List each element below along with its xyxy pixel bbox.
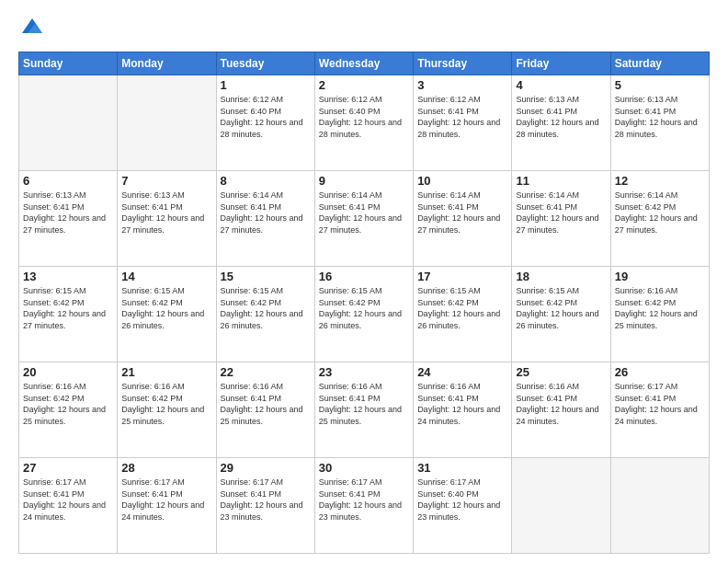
day-info: Sunrise: 6:14 AM Sunset: 6:42 PM Dayligh… (615, 190, 705, 236)
calendar-cell: 7Sunrise: 6:13 AM Sunset: 6:41 PM Daylig… (118, 171, 216, 267)
day-number: 13 (23, 270, 113, 283)
day-info: Sunrise: 6:17 AM Sunset: 6:41 PM Dayligh… (221, 477, 311, 523)
calendar-cell: 9Sunrise: 6:14 AM Sunset: 6:41 PM Daylig… (314, 171, 413, 267)
day-number: 7 (121, 174, 211, 188)
day-info: Sunrise: 6:17 AM Sunset: 6:41 PM Dayligh… (615, 381, 705, 427)
header-row: SundayMondayTuesdayWednesdayThursdayFrid… (19, 52, 710, 75)
calendar-cell: 12Sunrise: 6:14 AM Sunset: 6:42 PM Dayli… (610, 171, 709, 267)
day-info: Sunrise: 6:15 AM Sunset: 6:42 PM Dayligh… (417, 285, 507, 331)
day-number: 28 (121, 461, 211, 475)
day-info: Sunrise: 6:17 AM Sunset: 6:41 PM Dayligh… (121, 477, 211, 523)
day-info: Sunrise: 6:15 AM Sunset: 6:42 PM Dayligh… (121, 285, 211, 331)
day-info: Sunrise: 6:16 AM Sunset: 6:41 PM Dayligh… (221, 381, 311, 427)
day-header-wednesday: Wednesday (314, 52, 413, 75)
calendar-cell: 4Sunrise: 6:13 AM Sunset: 6:41 PM Daylig… (512, 75, 610, 171)
day-info: Sunrise: 6:13 AM Sunset: 6:41 PM Dayligh… (615, 94, 705, 140)
calendar-cell: 11Sunrise: 6:14 AM Sunset: 6:41 PM Dayli… (512, 171, 610, 267)
day-info: Sunrise: 6:14 AM Sunset: 6:41 PM Dayligh… (417, 190, 507, 236)
week-row-1: 1Sunrise: 6:12 AM Sunset: 6:40 PM Daylig… (19, 75, 710, 171)
day-info: Sunrise: 6:15 AM Sunset: 6:42 PM Dayligh… (516, 285, 606, 331)
calendar-cell: 28Sunrise: 6:17 AM Sunset: 6:41 PM Dayli… (118, 458, 216, 554)
logo-icon (18, 15, 46, 42)
day-info: Sunrise: 6:15 AM Sunset: 6:42 PM Dayligh… (23, 285, 113, 331)
calendar-cell: 24Sunrise: 6:16 AM Sunset: 6:41 PM Dayli… (414, 362, 512, 458)
calendar-cell: 20Sunrise: 6:16 AM Sunset: 6:42 PM Dayli… (19, 362, 118, 458)
calendar-cell: 5Sunrise: 6:13 AM Sunset: 6:41 PM Daylig… (610, 75, 709, 171)
calendar-cell: 21Sunrise: 6:16 AM Sunset: 6:42 PM Dayli… (118, 362, 216, 458)
calendar-cell: 2Sunrise: 6:12 AM Sunset: 6:40 PM Daylig… (314, 75, 413, 171)
logo (18, 15, 50, 42)
day-number: 1 (221, 78, 311, 92)
day-number: 23 (319, 365, 409, 379)
day-number: 9 (319, 174, 409, 188)
calendar-cell: 18Sunrise: 6:15 AM Sunset: 6:42 PM Dayli… (512, 267, 610, 362)
calendar-cell: 13Sunrise: 6:15 AM Sunset: 6:42 PM Dayli… (19, 267, 118, 362)
day-number: 31 (417, 461, 507, 475)
day-number: 26 (615, 365, 705, 379)
day-info: Sunrise: 6:13 AM Sunset: 6:41 PM Dayligh… (23, 190, 113, 236)
day-number: 8 (221, 174, 311, 188)
calendar-cell (610, 458, 709, 554)
day-number: 22 (221, 365, 311, 379)
calendar-cell: 1Sunrise: 6:12 AM Sunset: 6:40 PM Daylig… (216, 75, 314, 171)
day-number: 5 (615, 78, 705, 92)
day-info: Sunrise: 6:16 AM Sunset: 6:41 PM Dayligh… (516, 381, 606, 427)
day-number: 6 (23, 174, 113, 188)
day-info: Sunrise: 6:13 AM Sunset: 6:41 PM Dayligh… (516, 94, 606, 140)
calendar-cell: 19Sunrise: 6:16 AM Sunset: 6:42 PM Dayli… (610, 267, 709, 362)
day-number: 19 (615, 270, 705, 283)
day-info: Sunrise: 6:13 AM Sunset: 6:41 PM Dayligh… (121, 190, 211, 236)
day-number: 25 (516, 365, 606, 379)
calendar-cell: 16Sunrise: 6:15 AM Sunset: 6:42 PM Dayli… (314, 267, 413, 362)
day-info: Sunrise: 6:16 AM Sunset: 6:42 PM Dayligh… (23, 381, 113, 427)
day-number: 20 (23, 365, 113, 379)
day-number: 2 (319, 78, 409, 92)
day-info: Sunrise: 6:16 AM Sunset: 6:41 PM Dayligh… (417, 381, 507, 427)
day-number: 21 (121, 365, 211, 379)
day-number: 4 (516, 78, 606, 92)
calendar-cell: 6Sunrise: 6:13 AM Sunset: 6:41 PM Daylig… (19, 171, 118, 267)
day-number: 18 (516, 270, 606, 283)
day-number: 15 (221, 270, 311, 283)
day-info: Sunrise: 6:17 AM Sunset: 6:40 PM Dayligh… (417, 477, 507, 523)
calendar-cell: 17Sunrise: 6:15 AM Sunset: 6:42 PM Dayli… (414, 267, 512, 362)
day-info: Sunrise: 6:14 AM Sunset: 6:41 PM Dayligh… (221, 190, 311, 236)
day-info: Sunrise: 6:14 AM Sunset: 6:41 PM Dayligh… (319, 190, 409, 236)
calendar-cell: 8Sunrise: 6:14 AM Sunset: 6:41 PM Daylig… (216, 171, 314, 267)
day-header-thursday: Thursday (414, 52, 512, 75)
calendar-cell: 25Sunrise: 6:16 AM Sunset: 6:41 PM Dayli… (512, 362, 610, 458)
day-header-sunday: Sunday (19, 52, 118, 75)
calendar-cell: 30Sunrise: 6:17 AM Sunset: 6:41 PM Dayli… (314, 458, 413, 554)
page: SundayMondayTuesdayWednesdayThursdayFrid… (0, 0, 728, 563)
day-number: 24 (417, 365, 507, 379)
day-number: 10 (417, 174, 507, 188)
calendar-cell: 22Sunrise: 6:16 AM Sunset: 6:41 PM Dayli… (216, 362, 314, 458)
calendar-cell: 15Sunrise: 6:15 AM Sunset: 6:42 PM Dayli… (216, 267, 314, 362)
week-row-2: 6Sunrise: 6:13 AM Sunset: 6:41 PM Daylig… (19, 171, 710, 267)
week-row-5: 27Sunrise: 6:17 AM Sunset: 6:41 PM Dayli… (19, 458, 710, 554)
day-number: 14 (121, 270, 211, 283)
day-info: Sunrise: 6:12 AM Sunset: 6:40 PM Dayligh… (221, 94, 311, 140)
header (18, 15, 710, 42)
day-number: 3 (417, 78, 507, 92)
calendar-cell: 3Sunrise: 6:12 AM Sunset: 6:41 PM Daylig… (414, 75, 512, 171)
day-header-saturday: Saturday (610, 52, 709, 75)
day-info: Sunrise: 6:12 AM Sunset: 6:40 PM Dayligh… (319, 94, 409, 140)
week-row-3: 13Sunrise: 6:15 AM Sunset: 6:42 PM Dayli… (19, 267, 710, 362)
day-number: 17 (417, 270, 507, 283)
calendar-cell: 14Sunrise: 6:15 AM Sunset: 6:42 PM Dayli… (118, 267, 216, 362)
calendar: SundayMondayTuesdayWednesdayThursdayFrid… (18, 52, 710, 554)
calendar-cell: 29Sunrise: 6:17 AM Sunset: 6:41 PM Dayli… (216, 458, 314, 554)
week-row-4: 20Sunrise: 6:16 AM Sunset: 6:42 PM Dayli… (19, 362, 710, 458)
day-info: Sunrise: 6:16 AM Sunset: 6:42 PM Dayligh… (121, 381, 211, 427)
day-number: 29 (221, 461, 311, 475)
day-info: Sunrise: 6:16 AM Sunset: 6:41 PM Dayligh… (319, 381, 409, 427)
day-number: 27 (23, 461, 113, 475)
day-header-tuesday: Tuesday (216, 52, 314, 75)
calendar-cell: 10Sunrise: 6:14 AM Sunset: 6:41 PM Dayli… (414, 171, 512, 267)
calendar-cell: 31Sunrise: 6:17 AM Sunset: 6:40 PM Dayli… (414, 458, 512, 554)
calendar-cell: 27Sunrise: 6:17 AM Sunset: 6:41 PM Dayli… (19, 458, 118, 554)
day-header-friday: Friday (512, 52, 610, 75)
day-header-monday: Monday (118, 52, 216, 75)
calendar-cell: 26Sunrise: 6:17 AM Sunset: 6:41 PM Dayli… (610, 362, 709, 458)
